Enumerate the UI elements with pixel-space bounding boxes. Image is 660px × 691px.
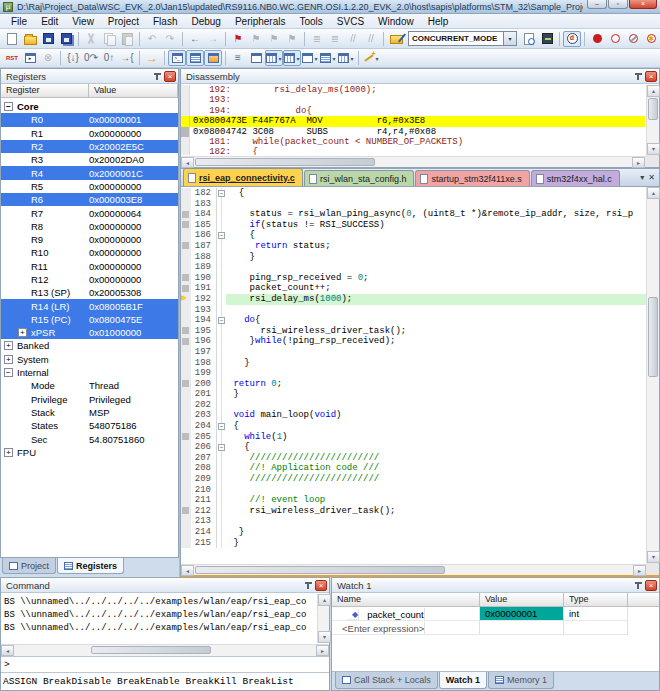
breakpoint-margin[interactable] [181,495,191,506]
breakpoint-margin[interactable] [181,199,191,210]
bookmark-next-button[interactable]: ⚑ [265,31,283,47]
breakpoint-margin[interactable] [181,252,191,263]
register-row[interactable]: −Core [1,100,178,113]
bookmark-toggle-button[interactable]: ⚑ [229,31,247,47]
new-file-button[interactable] [3,31,21,47]
watch-windows-button[interactable]: ▾ [265,50,283,66]
editor-tab-rsi-eap-connectivity-c[interactable]: rsi_eap_connectivity.c [183,168,303,186]
editor-line[interactable]: 199 [181,368,646,379]
reset-cpu-button[interactable]: RST [3,50,21,66]
code-text[interactable]: } [226,527,646,538]
undo-button[interactable]: ↶ [143,31,161,47]
editor-line[interactable]: 195 rsi_wireless_driver_task(); [181,326,646,337]
close-button[interactable]: × [629,0,657,9]
uncomment-selection-button[interactable]: // [362,31,380,47]
disassembly-horizontal-scrollbar[interactable]: ◂ ▸ [181,156,645,167]
register-row[interactable]: R00x00000001 [1,113,178,126]
close-icon[interactable]: ✕ [648,173,655,182]
symbols-window-button[interactable] [204,50,222,66]
disassembly-line[interactable]: 193: [181,95,645,105]
open-folder-button[interactable] [21,31,39,47]
scroll-left-icon[interactable]: ◂ [181,157,194,168]
register-row[interactable]: R40x2000001C [1,166,178,179]
breakpoint-margin[interactable] [181,400,191,411]
editor-tab-rsi-wlan-sta-config-h[interactable]: rsi_wlan_sta_config.h [304,170,415,186]
copy-button[interactable] [100,31,118,47]
redo-button[interactable]: ↷ [161,31,179,47]
close-icon[interactable]: × [164,71,176,82]
debug-session-button[interactable]: d [563,31,581,47]
breakpoint-margin[interactable] [181,220,191,231]
show-current-statement-button[interactable]: → [143,50,161,66]
disassembly-margin[interactable] [181,147,190,155]
indent-button[interactable]: ≣ [326,31,344,47]
breakpoint-margin[interactable] [181,273,191,284]
breakpoint-margin[interactable] [181,379,191,390]
register-row[interactable]: States548075186 [1,419,178,432]
fold-collapse-icon[interactable]: − [218,317,225,324]
editor-vertical-scrollbar[interactable]: ▴ ▾ [646,187,659,563]
breakpoint-margin[interactable] [181,506,191,517]
register-row[interactable]: R100x00000000 [1,246,178,259]
register-row[interactable]: −Internal [1,366,178,379]
menu-item-tools[interactable]: Tools [293,14,330,29]
chevron-down-icon[interactable]: ▾ [296,55,299,62]
editor-line[interactable]: 207 //////////////////////// [181,453,646,464]
collapse-icon[interactable]: − [4,368,13,377]
scroll-right-icon[interactable]: ▸ [316,645,329,656]
serial-windows-button[interactable]: ▾ [301,50,319,66]
menu-item-file[interactable]: File [4,14,34,29]
run-to-cursor-button[interactable]: →{ [118,50,136,66]
code-text[interactable]: return status; [226,241,646,252]
editor-line[interactable]: 193 [181,305,646,316]
save-button[interactable] [39,31,57,47]
editor-line[interactable]: 204− { [181,421,646,432]
editor-line[interactable]: 186− { [181,230,646,241]
insert-breakpoint-button[interactable] [588,31,606,47]
editor-line[interactable]: 198 } [181,358,646,369]
system-viewer-button[interactable]: ▾ [337,50,355,66]
disassembly-margin[interactable] [181,106,190,116]
command-vertical-scrollbar[interactable]: ▴ ▾ [317,594,329,643]
code-text[interactable] [226,485,646,496]
register-row[interactable]: ModeThread [1,379,178,392]
watch-row[interactable]: ◆packet_count0x00000001int [332,607,659,621]
editor-line[interactable]: 210 [181,485,646,496]
menu-item-window[interactable]: Window [371,14,421,29]
register-row[interactable]: R80x00000000 [1,220,178,233]
editor-line[interactable]: 197 [181,347,646,358]
analysis-windows-button[interactable]: ▾ [319,50,337,66]
breakpoint-margin[interactable] [181,230,191,241]
step-over-button[interactable]: 0↷ [82,50,100,66]
breakpoint-margin[interactable] [181,389,191,400]
scroll-up-icon[interactable]: ▴ [647,85,660,97]
disable-all-breakpoints-button[interactable] [624,31,642,47]
fold-collapse-icon[interactable]: − [218,444,225,451]
code-text[interactable]: } [226,389,646,400]
disassembly-line[interactable]: 192: rsi_delay_ms(1000); [181,85,645,95]
editor-line[interactable]: 214 } [181,527,646,538]
scroll-up-icon[interactable]: ▴ [647,187,660,199]
breakpoint-margin[interactable] [181,358,191,369]
editor-line[interactable]: 212 rsi_wireless_driver_task(); [181,506,646,517]
editor-line[interactable]: 201 } [181,389,646,400]
register-row[interactable]: R50x00000000 [1,180,178,193]
register-row[interactable]: R10x00000000 [1,127,178,140]
close-icon[interactable]: × [315,580,327,591]
breakpoint-margin[interactable] [181,188,191,199]
editor-line[interactable]: 185 if(status != RSI_SUCCESS) [181,220,646,231]
code-text[interactable] [226,262,646,273]
comment-selection-button[interactable]: // [344,31,362,47]
disassembly-margin[interactable] [181,85,190,95]
code-text[interactable]: packet_count++; [226,283,646,294]
disassembly-margin[interactable] [181,127,190,137]
code-text[interactable] [226,400,646,411]
code-text[interactable]: //////////////////////// [226,474,646,485]
maximize-button[interactable]: ▫ [608,0,628,9]
register-row[interactable]: PrivilegePrivileged [1,393,178,406]
close-icon[interactable]: × [645,580,657,591]
code-text[interactable] [226,516,646,527]
code-text[interactable] [226,305,646,316]
editor-horizontal-scrollbar[interactable]: ◂ ▸ [181,564,646,575]
scroll-left-icon[interactable]: ◂ [1,645,14,656]
